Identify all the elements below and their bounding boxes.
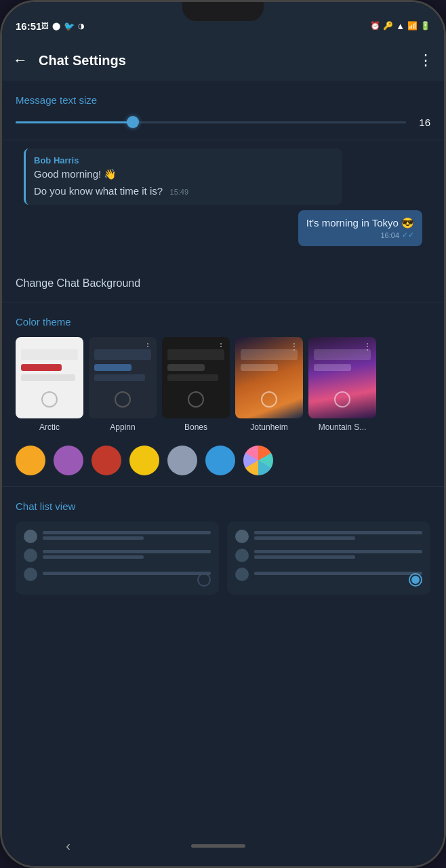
avatar-4 — [235, 530, 249, 543]
message-size-label: Message text size — [16, 94, 430, 106]
avatar-6 — [235, 568, 249, 581]
avatar-3 — [24, 568, 37, 581]
theme-label-arctic: Arctic — [16, 422, 83, 432]
avatar-2 — [24, 549, 37, 562]
theme-card-mountain[interactable]: ⋮ Mountain S... — [308, 337, 376, 432]
theme-label-mountain: Mountain S... — [308, 422, 376, 432]
chat-list-options — [16, 521, 430, 595]
wifi-icon: ▲ — [396, 21, 405, 31]
chat-list-label: Chat list view — [16, 500, 430, 512]
radio-option-1[interactable] — [197, 573, 211, 587]
theme-label-jotunheim: Jotunheim — [235, 422, 303, 432]
page-title: Chat Settings — [39, 53, 418, 68]
app-bar: ← Chat Settings ⋮ — [2, 40, 444, 81]
slider-wrapper[interactable] — [16, 115, 406, 129]
phone-notch — [182, 2, 264, 21]
chat-list-option-1[interactable] — [16, 521, 219, 595]
slider-value: 16 — [414, 117, 430, 128]
photo-icon: 🖼 — [41, 22, 49, 30]
theme-card-bones[interactable]: ⋮ Bones — [162, 337, 230, 432]
chat-list-section: Chat list view — [2, 487, 444, 606]
color-dot-greyblue[interactable] — [167, 446, 197, 475]
signal-icon: 📶 — [407, 21, 418, 31]
battery-icon: 🔋 — [420, 21, 430, 31]
radio-option-2[interactable] — [409, 573, 422, 587]
chat-list-option-2[interactable] — [227, 521, 430, 595]
alarm-icon: ⏰ — [370, 21, 380, 31]
status-icons-left: 🖼 ⬤ 🐦 ◑ — [41, 17, 85, 31]
key-icon: 🔑 — [383, 21, 393, 31]
color-dot-yellow[interactable] — [129, 446, 159, 475]
phone-frame: 16:51 🖼 ⬤ 🐦 ◑ ⏰ 🔑 ▲ 📶 🔋 ← Chat Settings … — [0, 0, 446, 868]
back-button[interactable]: ← — [13, 52, 28, 69]
message-text-2: Do you know what time it is? — [34, 185, 163, 197]
double-check-icon: ✓✓ — [402, 231, 414, 239]
color-dots-row — [16, 446, 430, 475]
color-dot-multi[interactable] — [243, 446, 273, 475]
theme-card-arctic[interactable]: Arctic — [16, 337, 83, 432]
sent-message: It's morning in Tokyo 😎 16:04 ✓✓ — [298, 210, 422, 246]
slider-thumb[interactable] — [127, 116, 139, 128]
color-dot-orange[interactable] — [16, 446, 45, 475]
avatar-1 — [24, 530, 37, 543]
change-background-row[interactable]: Change Chat Background — [2, 265, 444, 302]
color-dot-red[interactable] — [92, 446, 121, 475]
more-button[interactable]: ⋮ — [418, 52, 433, 69]
slider-fill — [16, 121, 133, 123]
color-theme-label: Color theme — [16, 316, 430, 328]
nav-back-button[interactable]: ‹ — [59, 831, 77, 861]
sent-message-text: It's morning in Tokyo 😎 — [306, 217, 414, 229]
sent-message-row: It's morning in Tokyo 😎 16:04 ✓✓ — [24, 210, 422, 246]
theme-label-bones: Bones — [162, 422, 230, 432]
theme-label-appinn: Appinn — [89, 422, 157, 432]
received-message: Bob Harris Good morning! 👋 Do you know w… — [24, 149, 342, 205]
theme-card-jotunheim[interactable]: ⋮ Jotunheim — [235, 337, 303, 432]
status-icons-right: ⏰ 🔑 ▲ 📶 🔋 — [370, 17, 430, 31]
nav-home-pill[interactable] — [191, 844, 245, 848]
message-sender: Bob Harris — [34, 155, 334, 165]
bottom-nav: ‹ — [2, 825, 444, 866]
slider-track — [16, 121, 406, 123]
sent-message-time: 16:04 — [380, 231, 399, 239]
avatar-5 — [235, 549, 249, 562]
status-time: 16:51 — [16, 16, 41, 32]
theme-card-appinn[interactable]: ⋮ Appinn — [89, 337, 157, 432]
color-dot-blue[interactable] — [205, 446, 235, 475]
color-dot-purple[interactable] — [54, 446, 83, 475]
message-text-1: Good morning! 👋 — [34, 167, 334, 181]
settings-content: Message text size 16 Bob Harris Good mor… — [2, 81, 444, 825]
message-size-section: Message text size 16 — [2, 81, 444, 140]
slider-row: 16 — [16, 115, 430, 129]
chat-preview: Bob Harris Good morning! 👋 Do you know w… — [16, 140, 430, 254]
color-theme-section: Color theme Arctic ⋮ — [2, 302, 444, 487]
message-time-1: 15:49 — [170, 188, 189, 196]
change-background-label: Change Chat Background — [16, 277, 140, 289]
circle-icon: ⬤ — [52, 22, 60, 31]
twitter-icon: 🐦 — [64, 21, 75, 31]
theme-cards-row: Arctic ⋮ Appinn ⋮ — [16, 337, 430, 435]
brightness-icon: ◑ — [78, 22, 85, 31]
